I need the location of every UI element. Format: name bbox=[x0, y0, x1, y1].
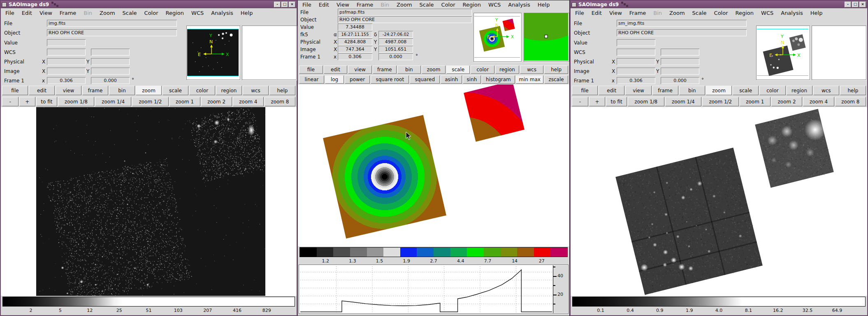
frame-zoom-field[interactable]: 0.306 bbox=[617, 77, 655, 84]
minimize-icon[interactable]: - bbox=[274, 2, 281, 7]
scale-button-linear[interactable]: linear bbox=[299, 75, 324, 84]
menu-item-bin[interactable]: Bin bbox=[650, 10, 666, 16]
zoom-button-zoom-1-2[interactable]: zoom 1/2 bbox=[702, 97, 739, 106]
menu-item-view[interactable]: View bbox=[36, 10, 56, 16]
menu-item-region[interactable]: Region bbox=[162, 10, 188, 16]
scale-button-histogram[interactable]: histogram bbox=[482, 75, 515, 84]
wcs-x-field[interactable] bbox=[47, 49, 86, 56]
colorbar-gradient[interactable] bbox=[2, 297, 295, 307]
image-y-field[interactable]: 1051.651 bbox=[378, 46, 413, 53]
zoom-button-zoom-8[interactable]: zoom 8 bbox=[835, 97, 866, 106]
colorbar[interactable]: 1.21.31.51.92.74.47.71427 bbox=[298, 246, 569, 264]
menu-item-edit[interactable]: Edit bbox=[18, 10, 36, 16]
zoom-button-zoom-1-4[interactable]: zoom 1/4 bbox=[665, 97, 702, 106]
tab-edit[interactable]: edit bbox=[324, 66, 348, 74]
tab-file[interactable]: file bbox=[572, 86, 598, 95]
menu-item-wcs[interactable]: WCS bbox=[188, 10, 207, 16]
image-y-field[interactable] bbox=[661, 68, 699, 75]
wcs-y-field[interactable] bbox=[91, 49, 130, 56]
panner[interactable]: X E N Y bbox=[473, 13, 522, 62]
menu-item-help[interactable]: Help bbox=[807, 10, 826, 16]
menu-item-help[interactable]: Help bbox=[237, 10, 257, 16]
zoom-button-zoom-1-8[interactable]: zoom 1/8 bbox=[628, 97, 664, 106]
tab-help[interactable]: help bbox=[269, 86, 295, 95]
tab-scale[interactable]: scale bbox=[733, 86, 759, 95]
zoom-button-to-fit[interactable]: to fit bbox=[606, 97, 627, 106]
zoom-button-zoom-1[interactable]: zoom 1 bbox=[169, 97, 200, 106]
tab-view[interactable]: view bbox=[348, 66, 372, 74]
colorbar-gradient[interactable] bbox=[572, 297, 866, 307]
colorbar[interactable]: 0.10.40.91.94.08.116.232.564.9 bbox=[571, 296, 867, 314]
menu-item-zoom[interactable]: Zoom bbox=[393, 2, 415, 8]
zoom-button-zoom-1-8[interactable]: zoom 1/8 bbox=[58, 97, 94, 106]
menu-item-region[interactable]: Region bbox=[459, 2, 485, 8]
physical-y-field[interactable] bbox=[91, 58, 130, 65]
object-field[interactable]: RHO OPH CORE bbox=[47, 29, 177, 36]
menu-item-color[interactable]: Color bbox=[710, 10, 732, 16]
tab-zoom[interactable]: zoom bbox=[136, 86, 162, 95]
tab-help[interactable]: help bbox=[544, 66, 568, 74]
frame-rotation-field[interactable]: 0.000 bbox=[378, 53, 413, 60]
zoom-button-zoom-4[interactable]: zoom 4 bbox=[803, 97, 834, 106]
physical-y-field[interactable] bbox=[661, 58, 699, 65]
physical-y-field[interactable]: 4987.008 bbox=[378, 38, 413, 45]
tab-edit[interactable]: edit bbox=[29, 86, 55, 95]
tab-wcs[interactable]: wcs bbox=[813, 86, 839, 95]
file-field[interactable]: psfmap.fits bbox=[338, 9, 472, 16]
object-field[interactable]: RHO OPH CORE bbox=[617, 29, 747, 36]
menu-item-frame[interactable]: Frame bbox=[353, 2, 377, 8]
scale-button-power[interactable]: power bbox=[345, 75, 370, 84]
menu-item-zoom[interactable]: Zoom bbox=[96, 10, 118, 16]
scale-button-min-max[interactable]: min max bbox=[516, 75, 543, 84]
menu-item-frame[interactable]: Frame bbox=[626, 10, 650, 16]
close-icon[interactable]: × bbox=[859, 2, 866, 7]
zoom-button--[interactable]: + bbox=[589, 97, 606, 106]
titlebar[interactable]: SAOImage ds9 - □ × bbox=[1, 1, 297, 8]
wcs-y-field[interactable] bbox=[661, 49, 699, 56]
fk5-alpha-field[interactable]: 16:27:11.155 bbox=[338, 31, 372, 38]
value-field[interactable] bbox=[617, 39, 655, 46]
colorbar[interactable]: 25122551103207416829 bbox=[1, 296, 297, 314]
tab-help[interactable]: help bbox=[840, 86, 866, 95]
tab-bin[interactable]: bin bbox=[679, 86, 705, 95]
value-field[interactable]: 7.34488 bbox=[338, 23, 372, 30]
menu-item-color[interactable]: Color bbox=[141, 10, 162, 16]
psf-map-image[interactable] bbox=[323, 115, 446, 239]
physical-x-field[interactable] bbox=[617, 58, 655, 65]
window-menu-icon[interactable] bbox=[572, 2, 576, 7]
psf-map-chip2-image[interactable] bbox=[464, 84, 525, 142]
fk5-delta-field[interactable]: -24:27:06.02 bbox=[378, 31, 413, 38]
zoom-button--[interactable]: - bbox=[2, 97, 19, 106]
zoom-button--[interactable]: - bbox=[572, 97, 588, 106]
menu-item-region[interactable]: Region bbox=[732, 10, 758, 16]
close-icon[interactable]: × bbox=[289, 2, 295, 7]
image-canvas[interactable] bbox=[1, 107, 297, 296]
menu-item-zoom[interactable]: Zoom bbox=[666, 10, 688, 16]
menu-item-file[interactable]: File bbox=[2, 10, 18, 16]
zoom-button-zoom-8[interactable]: zoom 8 bbox=[265, 97, 295, 106]
window-menu-icon[interactable] bbox=[2, 2, 7, 7]
frame-zoom-field[interactable]: 0.306 bbox=[338, 53, 372, 60]
physical-x-field[interactable] bbox=[47, 58, 86, 65]
tab-frame[interactable]: frame bbox=[82, 86, 108, 95]
image-x-field[interactable] bbox=[617, 68, 655, 75]
tab-scale[interactable]: scale bbox=[162, 86, 188, 95]
menu-item-file[interactable]: File bbox=[299, 2, 315, 8]
image-x-field[interactable]: 747.364 bbox=[338, 46, 372, 53]
tab-wcs[interactable]: wcs bbox=[520, 66, 544, 74]
scale-button-asinh[interactable]: asinh bbox=[441, 75, 462, 84]
maximize-icon[interactable]: □ bbox=[281, 2, 288, 7]
tab-file[interactable]: file bbox=[2, 86, 28, 95]
tab-wcs[interactable]: wcs bbox=[243, 86, 269, 95]
menu-item-color[interactable]: Color bbox=[438, 2, 459, 8]
file-field[interactable]: sm_img.fits bbox=[617, 20, 747, 27]
tab-bin[interactable]: bin bbox=[397, 66, 421, 74]
scale-button-zscale[interactable]: zscale bbox=[544, 75, 568, 84]
image-canvas[interactable] bbox=[571, 107, 867, 296]
menu-item-frame[interactable]: Frame bbox=[56, 10, 80, 16]
tab-bin[interactable]: bin bbox=[109, 86, 135, 95]
panner[interactable]: X E N Y bbox=[756, 26, 810, 80]
scale-button-sinh[interactable]: sinh bbox=[463, 75, 480, 84]
zoom-button-to-fit[interactable]: to fit bbox=[36, 97, 57, 106]
tab-zoom[interactable]: zoom bbox=[422, 66, 446, 74]
